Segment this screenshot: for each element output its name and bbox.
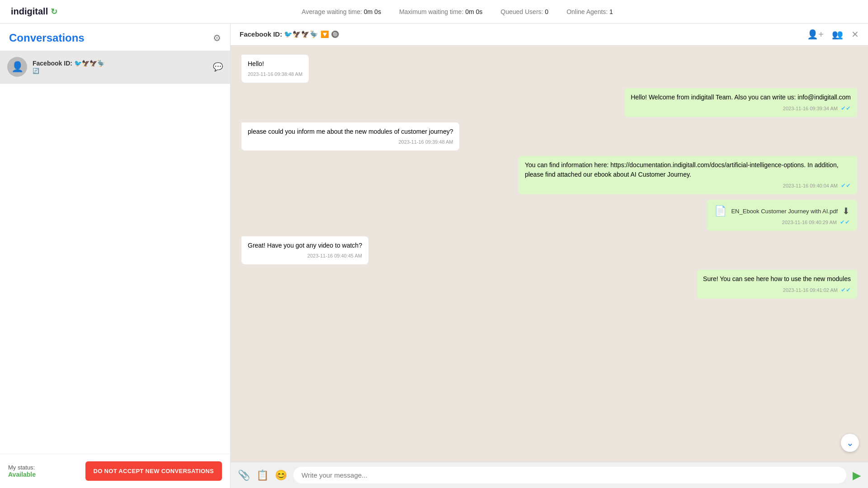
logo: indigitall ↻ <box>11 6 57 17</box>
conversation-item[interactable]: 👤 Facebook ID: 🐦🦅🦅🦤 🔄 💬 <box>0 51 230 84</box>
messages-container: Hello! 2023-11-16 09:38:48 AM Hello! Wel… <box>231 46 868 462</box>
message-bubble: Hello! Welcome from indigitall Team. Als… <box>624 88 857 117</box>
send-button[interactable]: ▶ <box>853 469 861 482</box>
avg-wait-value: 0m 0s <box>364 8 381 15</box>
avg-wait-label: Average waiting time: <box>302 8 363 15</box>
top-header: indigitall ↻ Average waiting time: 0m 0s… <box>0 0 868 23</box>
message-bubble: Hello! 2023-11-16 09:38:48 AM <box>241 55 309 83</box>
online-agents-label: Online Agents: <box>566 8 609 15</box>
message-bubble: please could you inform me about the new… <box>241 122 459 150</box>
queued-users-stat: Queued Users: 0 <box>500 8 548 15</box>
avg-wait-stat: Average waiting time: 0m 0s <box>302 8 381 15</box>
queued-users-label: Queued Users: <box>500 8 545 15</box>
logo-text: indigitall <box>11 6 48 17</box>
my-status-label: My status: <box>8 464 79 471</box>
do-not-accept-button[interactable]: DO NOT ACCEPT NEW CONVERSATIONS <box>85 461 222 481</box>
message-time: 2023-11-16 09:40:29 AM ✔✔ <box>714 219 850 225</box>
file-name: EN_Ebook Customer Journey with AI.pdf <box>731 208 838 215</box>
attach-icon[interactable]: 📎 <box>238 469 250 481</box>
chat-contact-name: Facebook ID: 🐦🦅🦅🦤 🔽 🔘 <box>240 30 340 38</box>
online-agents-stat: Online Agents: 1 <box>566 8 613 15</box>
sidebar: Conversations ⚙ 👤 Facebook ID: 🐦🦅🦅🦤 🔄 💬 … <box>0 23 231 488</box>
conv-name: Facebook ID: 🐦🦅🦅🦤 <box>33 60 213 67</box>
message-time: 2023-11-16 09:40:04 AM ✔✔ <box>525 181 851 190</box>
status-section: My status: Available <box>8 464 79 478</box>
message-ticks: ✔✔ <box>841 105 851 112</box>
main-layout: Conversations ⚙ 👤 Facebook ID: 🐦🦅🦅🦤 🔄 💬 … <box>0 23 868 488</box>
chat-input-area: 📎 📋 😊 ▶ <box>231 462 868 488</box>
emoji-icon[interactable]: 😊 <box>275 469 287 481</box>
file-row: 📄 EN_Ebook Customer Journey with AI.pdf … <box>714 205 850 217</box>
message-ticks: ✔✔ <box>841 286 851 293</box>
conv-sub: 🔄 <box>33 68 213 74</box>
message-text: Hello! Welcome from indigitall Team. Als… <box>631 93 851 102</box>
online-agents-value: 1 <box>609 8 613 15</box>
add-user-icon[interactable]: 👤+ <box>807 29 824 40</box>
chat-header-actions: 👤+ 👥 ✕ <box>807 29 859 40</box>
file-bubble: 📄 EN_Ebook Customer Journey with AI.pdf … <box>707 200 857 231</box>
sidebar-footer: My status: Available DO NOT ACCEPT NEW C… <box>0 454 230 488</box>
conversation-list: 👤 Facebook ID: 🐦🦅🦅🦤 🔄 💬 <box>0 51 230 454</box>
avatar: 👤 <box>7 57 27 77</box>
message-text: please could you inform me about the new… <box>248 127 453 136</box>
message-ticks: ✔✔ <box>840 219 850 225</box>
sidebar-header: Conversations ⚙ <box>0 23 230 51</box>
template-icon[interactable]: 📋 <box>256 469 269 481</box>
message-text: Hello! <box>248 59 302 69</box>
avatar-icon: 👤 <box>11 61 24 73</box>
message-text: Sure! You can see here how to use the ne… <box>703 274 851 284</box>
message-bubble: Sure! You can see here how to use the ne… <box>697 270 857 299</box>
message-time: 2023-11-16 09:41:02 AM ✔✔ <box>703 286 851 295</box>
scroll-bottom-button[interactable]: ⌄ <box>841 434 859 452</box>
message-time: 2023-11-16 09:38:48 AM <box>248 70 302 78</box>
file-document-icon: 📄 <box>714 205 726 217</box>
max-wait-label: Maximum waiting time: <box>399 8 465 15</box>
message-bubble: You can find information here: https://d… <box>519 156 857 195</box>
conv-info: Facebook ID: 🐦🦅🦅🦤 🔄 <box>33 60 213 74</box>
conv-actions-icon[interactable]: 💬 <box>213 62 223 72</box>
status-available: Available <box>8 471 79 478</box>
sidebar-title: Conversations <box>9 32 85 44</box>
message-ticks: ✔✔ <box>841 182 851 189</box>
message-input[interactable] <box>293 467 846 483</box>
transfer-icon[interactable]: 👥 <box>832 29 843 40</box>
send-icon: ▶ <box>853 469 861 482</box>
message-time: 2023-11-16 09:39:34 AM ✔✔ <box>631 104 851 113</box>
queued-users-value: 0 <box>545 8 548 15</box>
chat-area: Facebook ID: 🐦🦅🦅🦤 🔽 🔘 👤+ 👥 ✕ Hello! 2023… <box>231 23 868 462</box>
max-wait-stat: Maximum waiting time: 0m 0s <box>399 8 482 15</box>
message-time: 2023-11-16 09:40:45 AM <box>248 252 362 260</box>
gear-icon[interactable]: ⚙ <box>213 33 221 43</box>
message-text: Great! Have you got any video to watch? <box>248 241 362 250</box>
header-stats: Average waiting time: 0m 0s Maximum wait… <box>302 8 613 15</box>
message-bubble: Great! Have you got any video to watch? … <box>241 236 368 264</box>
close-chat-icon[interactable]: ✕ <box>851 29 859 40</box>
download-icon[interactable]: ⬇ <box>842 206 850 216</box>
message-time: 2023-11-16 09:39:48 AM <box>248 138 453 146</box>
refresh-icon: ↻ <box>51 7 57 17</box>
chat-area-wrapper: Facebook ID: 🐦🦅🦅🦤 🔽 🔘 👤+ 👥 ✕ Hello! 2023… <box>231 23 868 488</box>
max-wait-value: 0m 0s <box>465 8 482 15</box>
message-text: You can find information here: https://d… <box>525 160 851 179</box>
chat-header: Facebook ID: 🐦🦅🦅🦤 🔽 🔘 👤+ 👥 ✕ <box>231 23 868 46</box>
